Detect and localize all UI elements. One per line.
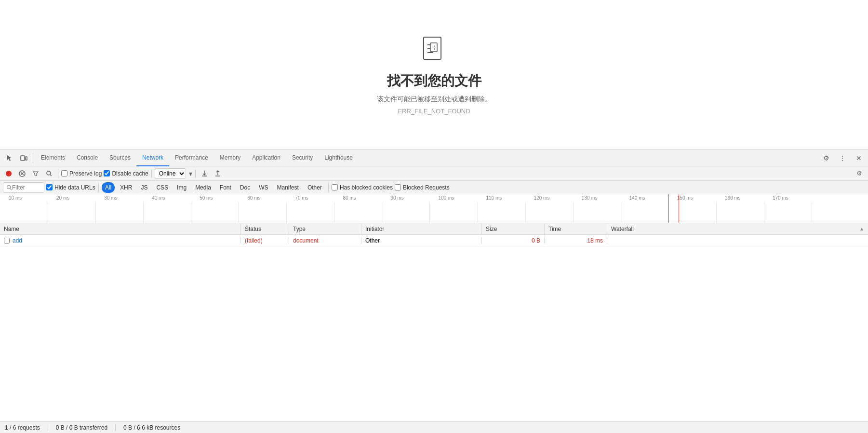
filter-search-icon — [6, 185, 12, 190]
toolbar-sep-1 — [58, 169, 58, 178]
record-stop-btn[interactable] — [3, 168, 14, 179]
tick-70: 70 ms — [295, 195, 308, 201]
filter-input[interactable] — [12, 184, 41, 191]
tab-performance[interactable]: Performance — [169, 150, 214, 166]
page-subtitle: 该文件可能已被移至别处或遭到删除。 — [377, 95, 492, 104]
hide-data-urls-label[interactable]: Hide data URLs — [46, 184, 95, 191]
svg-line-13 — [50, 175, 52, 176]
gridline-6 — [286, 202, 287, 223]
page-title: 找不到您的文件 — [387, 72, 481, 90]
tab-bar-right: ⚙ ⋮ ✕ — [819, 151, 866, 165]
disable-cache-checkbox[interactable] — [104, 170, 110, 176]
row-checkbox[interactable] — [4, 238, 10, 244]
filter-other-btn[interactable]: Other — [304, 182, 325, 193]
more-options-btn[interactable]: ⋮ — [836, 151, 849, 165]
gridline-7 — [334, 202, 334, 223]
tab-console[interactable]: Console — [71, 150, 104, 166]
th-initiator[interactable]: Initiator — [361, 223, 482, 234]
transferred-info: 0 B / 0 B transferred — [56, 424, 107, 431]
network-table: Name Status Type Initiator Size Time Wat… — [0, 223, 868, 421]
tick-80: 80 ms — [343, 195, 356, 201]
tab-lighthouse[interactable]: Lighthouse — [319, 150, 359, 166]
filter-media-btn[interactable]: Media — [192, 182, 214, 193]
td-initiator: Other — [361, 237, 482, 244]
svg-rect-6 — [21, 156, 25, 161]
svg-point-12 — [47, 171, 51, 175]
filter-ws-btn[interactable]: WS — [255, 182, 271, 193]
devtools-tab-bar: Elements Console Sources Network Perform… — [0, 150, 868, 166]
load-event-line — [679, 194, 679, 223]
tab-elements[interactable]: Elements — [35, 150, 71, 166]
clear-log-btn[interactable] — [16, 168, 28, 179]
close-devtools-btn[interactable]: ✕ — [852, 151, 866, 165]
th-size[interactable]: Size — [482, 223, 545, 234]
tick-130: 130 ms — [582, 195, 598, 201]
th-time[interactable]: Time — [545, 223, 607, 234]
td-time: 18 ms — [545, 237, 607, 244]
th-type[interactable]: Type — [289, 223, 361, 234]
gridline-9 — [429, 202, 430, 223]
gridline-3 — [143, 202, 144, 223]
network-condition-select[interactable]: Online — [155, 168, 186, 179]
filter-all-btn[interactable]: All — [102, 182, 115, 193]
svg-line-17 — [10, 189, 12, 190]
settings-icon-btn[interactable]: ⚙ — [819, 151, 833, 165]
disable-cache-label[interactable]: Disable cache — [104, 170, 148, 177]
filter-css-btn[interactable]: CSS — [153, 182, 172, 193]
filter-sep-1 — [98, 183, 99, 192]
blocked-requests-checkbox[interactable] — [395, 184, 401, 190]
gridline-13 — [621, 202, 621, 223]
requests-count: 1 / 6 requests — [5, 424, 40, 431]
tab-sources[interactable]: Sources — [104, 150, 136, 166]
tick-170: 170 ms — [773, 195, 788, 201]
preserve-log-checkbox[interactable] — [61, 170, 67, 176]
cursor-icon-btn[interactable] — [2, 151, 16, 165]
td-status: (failed) — [241, 237, 289, 244]
filter-xhr-btn[interactable]: XHR — [117, 182, 135, 193]
filter-font-btn[interactable]: Font — [216, 182, 235, 193]
device-toggle-btn[interactable] — [17, 151, 30, 165]
timeline-ticks: 10 ms 20 ms 30 ms 40 ms 50 ms 60 ms 70 m… — [0, 194, 868, 223]
filter-js-btn[interactable]: JS — [137, 182, 151, 193]
export-har-btn[interactable] — [212, 168, 224, 179]
file-not-found-icon: :( — [420, 35, 449, 64]
tick-110: 110 ms — [486, 195, 502, 201]
has-blocked-cookies-checkbox[interactable] — [332, 184, 338, 190]
filter-manifest-btn[interactable]: Manifest — [274, 182, 302, 193]
network-settings-btn[interactable]: ⚙ — [854, 168, 865, 179]
preserve-log-label[interactable]: Preserve log — [61, 170, 102, 177]
tick-160: 160 ms — [725, 195, 741, 201]
hide-data-urls-checkbox[interactable] — [46, 184, 53, 190]
svg-rect-7 — [26, 157, 27, 160]
has-blocked-cookies-label[interactable]: Has blocked cookies — [332, 184, 393, 191]
gridline-12 — [573, 202, 574, 223]
filter-input-wrap — [3, 182, 44, 193]
tab-memory[interactable]: Memory — [214, 150, 246, 166]
blocked-requests-label[interactable]: Blocked Requests — [395, 184, 450, 191]
tab-application[interactable]: Application — [246, 150, 286, 166]
row-name-link[interactable]: add — [13, 237, 22, 244]
search-icon-btn[interactable] — [43, 168, 55, 179]
tab-network[interactable]: Network — [136, 150, 169, 166]
tab-security[interactable]: Security — [286, 150, 319, 166]
th-waterfall[interactable]: Waterfall ▲ — [607, 223, 868, 234]
td-type: document — [289, 237, 361, 244]
tick-120: 120 ms — [534, 195, 550, 201]
import-har-btn[interactable] — [199, 168, 210, 179]
tick-150: 150 ms — [677, 195, 693, 201]
condition-dropdown-arrow[interactable]: ▾ — [189, 170, 192, 177]
filter-sep-2 — [328, 183, 329, 192]
th-status[interactable]: Status — [241, 223, 289, 234]
filter-img-btn[interactable]: Img — [174, 182, 190, 193]
gridline-2 — [95, 202, 96, 223]
status-sep-2 — [115, 424, 116, 431]
gridline-4 — [191, 202, 191, 223]
devtools-panel: Elements Console Sources Network Perform… — [0, 149, 868, 433]
filter-doc-btn[interactable]: Doc — [237, 182, 254, 193]
main-page: :( 找不到您的文件 该文件可能已被移至别处或遭到删除。 ERR_FILE_NO… — [0, 0, 868, 149]
filter-icon-btn[interactable] — [30, 168, 41, 179]
th-name[interactable]: Name — [0, 223, 241, 234]
table-row[interactable]: add (failed) document Other 0 B 18 ms — [0, 235, 868, 246]
td-name: add — [0, 237, 241, 244]
tick-30: 30 ms — [104, 195, 117, 201]
